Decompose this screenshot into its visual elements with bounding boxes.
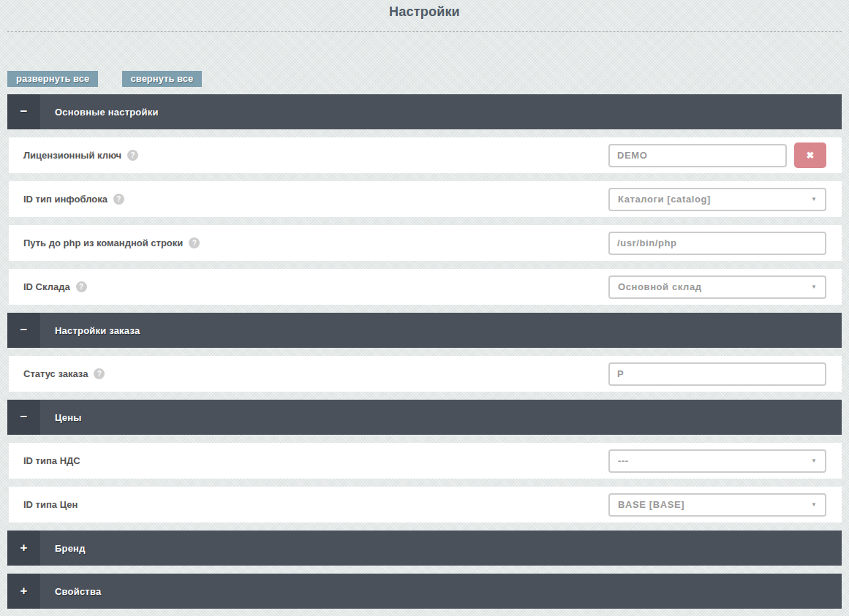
section: − Настройки заказа Статус заказа ? [0, 313, 849, 392]
section-title: Бренд [55, 543, 86, 554]
expand-all-button[interactable]: развернуть все [7, 71, 98, 87]
section-title: Свойства [55, 586, 101, 597]
chevron-down-icon: ▼ [811, 457, 817, 464]
plus-icon[interactable]: + [7, 531, 40, 566]
field-control: Основной склад▼ [608, 275, 826, 299]
minus-icon[interactable]: − [7, 400, 40, 435]
select-value: Каталоги [catalog] [618, 194, 711, 205]
field-control: Каталоги [catalog]▼ [608, 188, 826, 211]
section-header[interactable]: − Основные настройки [7, 94, 842, 129]
settings-row: ID тип инфоблока ? Каталоги [catalog]▼ [9, 181, 842, 217]
chevron-down-icon: ▼ [811, 196, 817, 202]
chevron-down-icon: ▼ [811, 284, 817, 290]
section: − Цены ID типа НДС ---▼ ID типа Цен BASE… [0, 400, 849, 522]
help-icon[interactable]: ? [113, 194, 124, 205]
help-icon[interactable]: ? [127, 150, 138, 161]
field-label-wrap: ID тип инфоблока ? [9, 194, 124, 205]
field-label: ID тип инфоблока [23, 194, 107, 205]
field-label-wrap: ID Склада ? [9, 281, 87, 292]
settings-page: Настройки развернуть все свернуть все − … [0, 0, 849, 609]
select-value: Основной склад [618, 281, 702, 292]
field-label-wrap: Путь до php из командной строки ? [9, 237, 200, 248]
section: + Бренд [0, 531, 849, 566]
field-label-wrap: Статус заказа ? [9, 368, 105, 379]
field-label: ID типа НДС [23, 455, 80, 466]
section-title: Настройки заказа [55, 325, 140, 336]
plus-icon[interactable]: + [7, 574, 40, 609]
select-value: --- [618, 455, 629, 466]
field-control: ---▼ [608, 449, 826, 473]
x-icon: ✖ [807, 150, 815, 161]
collapse-all-button[interactable]: свернуть все [122, 71, 203, 87]
select-value: BASE [BASE] [618, 499, 684, 510]
field-label-wrap: ID типа НДС [9, 455, 80, 466]
text-input[interactable] [608, 144, 787, 167]
help-icon[interactable]: ? [94, 368, 105, 379]
select-dropdown[interactable]: Основной склад▼ [608, 275, 826, 299]
dashed-divider [7, 31, 842, 32]
settings-row: ID Склада ? Основной склад▼ [9, 269, 842, 305]
section-rows: ID типа НДС ---▼ ID типа Цен BASE [BASE]… [0, 443, 849, 522]
settings-row: Лицензионный ключ ? ✖ [9, 137, 842, 173]
field-label: Статус заказа [23, 368, 88, 379]
chevron-down-icon: ▼ [811, 501, 817, 508]
section-title: Основные настройки [55, 107, 159, 118]
sections-container: − Основные настройки Лицензионный ключ ?… [0, 94, 849, 609]
help-icon[interactable]: ? [76, 281, 87, 292]
toolbar: развернуть все свернуть все [7, 71, 849, 87]
field-label: ID Склада [23, 281, 70, 292]
text-input[interactable] [608, 362, 826, 386]
settings-row: ID типа НДС ---▼ [9, 443, 842, 479]
section-header[interactable]: − Цены [7, 400, 842, 435]
help-icon[interactable]: ? [189, 237, 200, 248]
select-dropdown[interactable]: BASE [BASE]▼ [608, 493, 826, 517]
text-input[interactable] [608, 232, 826, 255]
page-title: Настройки [0, 0, 849, 20]
section-title: Цены [55, 412, 82, 423]
minus-icon[interactable]: − [7, 313, 40, 348]
settings-row: Путь до php из командной строки ? [9, 225, 842, 261]
field-label: ID типа Цен [23, 499, 78, 510]
field-control [608, 232, 826, 255]
settings-row: Статус заказа ? [9, 356, 842, 392]
section-header[interactable]: + Бренд [7, 531, 842, 566]
field-control [608, 362, 826, 386]
section-header[interactable]: − Настройки заказа [7, 313, 842, 348]
section-header[interactable]: + Свойства [7, 574, 842, 609]
field-label: Лицензионный ключ [23, 150, 121, 161]
select-dropdown[interactable]: Каталоги [catalog]▼ [608, 188, 826, 211]
section-rows: Статус заказа ? [0, 356, 849, 392]
field-label-wrap: Лицензионный ключ ? [9, 150, 138, 161]
section: − Основные настройки Лицензионный ключ ?… [0, 94, 849, 305]
field-label: Путь до php из командной строки [23, 237, 183, 248]
select-dropdown[interactable]: ---▼ [608, 449, 826, 473]
field-control: ✖ [608, 142, 826, 168]
settings-row: ID типа Цен BASE [BASE]▼ [9, 487, 842, 522]
clear-button[interactable]: ✖ [794, 142, 826, 168]
section-rows: Лицензионный ключ ? ✖ ID тип инфоблока ?… [0, 137, 849, 305]
field-label-wrap: ID типа Цен [9, 499, 78, 510]
minus-icon[interactable]: − [7, 94, 40, 129]
field-control: BASE [BASE]▼ [608, 493, 826, 517]
section: + Свойства [0, 574, 849, 609]
